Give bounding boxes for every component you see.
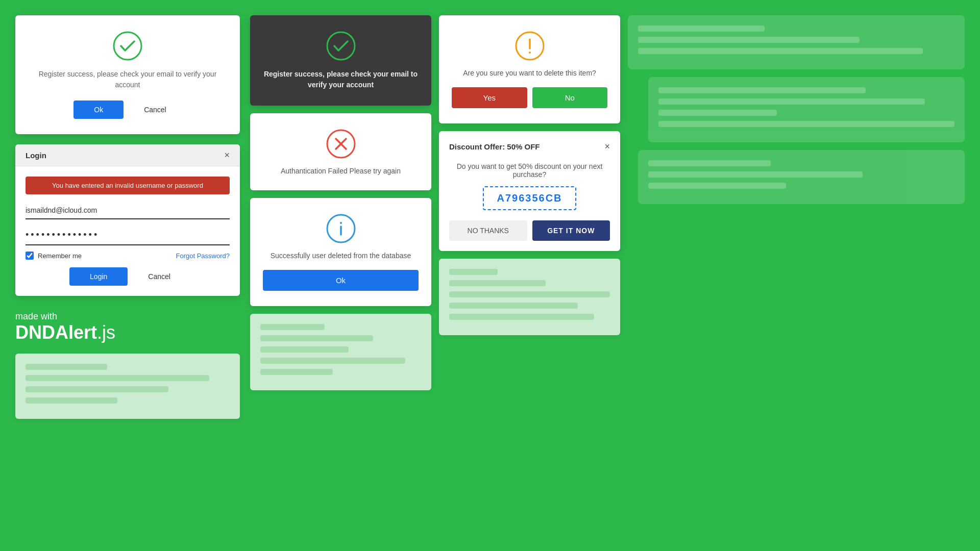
skeleton-line xyxy=(26,364,107,370)
svg-point-0 xyxy=(114,32,141,60)
svg-point-7 xyxy=(340,222,342,224)
skeleton-line xyxy=(449,314,594,320)
no-thanks-button[interactable]: NO THANKS xyxy=(449,220,527,241)
discount-message: Do you want to get 50% discount on your … xyxy=(449,162,610,179)
dark-check-circle-icon xyxy=(263,31,419,61)
skeleton-line xyxy=(658,98,925,105)
email-input[interactable] xyxy=(26,202,230,219)
info-success-message: Successfully user deleted from the datab… xyxy=(263,252,419,260)
remember-row: Remember me Forgot Password? xyxy=(26,252,230,260)
skeleton-line xyxy=(658,121,954,127)
auth-failed-message: Authantication Failed Please try again xyxy=(263,167,419,175)
discount-card: Discount Offer: 50% OFF × Do you want to… xyxy=(439,131,620,251)
login-close-button[interactable]: × xyxy=(224,151,230,160)
skeleton-line xyxy=(658,87,866,93)
remember-label[interactable]: Remember me xyxy=(26,252,82,260)
skeleton-line xyxy=(638,37,860,43)
brand-dnd-text: DNDAlert xyxy=(15,322,97,343)
login-error-banner: You have entered an invalid username or … xyxy=(26,177,230,194)
brand-name: DNDAlert.js xyxy=(15,322,240,343)
register-ok-button[interactable]: Ok xyxy=(74,101,124,119)
delete-yes-button[interactable]: Yes xyxy=(452,87,527,108)
discount-close-button[interactable]: × xyxy=(604,141,610,152)
register-success-card: Register success, please check your emai… xyxy=(15,15,240,134)
password-input[interactable] xyxy=(26,226,230,245)
skeleton-line xyxy=(638,48,923,54)
auth-failed-card: Authantication Failed Please try again xyxy=(250,113,431,190)
svg-point-10 xyxy=(529,52,531,54)
skeleton-line xyxy=(260,335,373,341)
register-success-message: Register success, please check your emai… xyxy=(28,69,227,90)
skeleton-card-col2 xyxy=(250,314,431,390)
dark-register-success-card: Register success, please check your emai… xyxy=(250,15,431,106)
skeleton-line xyxy=(260,324,325,330)
skeleton-line xyxy=(26,386,168,392)
discount-title: Discount Offer: 50% OFF xyxy=(449,142,540,151)
delete-no-button[interactable]: No xyxy=(532,87,608,108)
skeleton-line xyxy=(26,375,209,381)
skeleton-line xyxy=(449,269,498,275)
partial-card-2 xyxy=(648,77,965,142)
skeleton-line xyxy=(260,369,333,375)
remember-checkbox[interactable] xyxy=(26,252,34,260)
coupon-code: A796356CB xyxy=(483,186,576,210)
skeleton-line xyxy=(26,397,117,404)
forgot-password-link[interactable]: Forgot Password? xyxy=(176,252,230,260)
skeleton-line xyxy=(260,358,405,364)
partial-card-3 xyxy=(638,150,965,204)
skeleton-line xyxy=(449,303,578,309)
skeleton-line xyxy=(449,280,546,286)
skeleton-line xyxy=(638,26,765,32)
discount-body: Do you want to get 50% discount on your … xyxy=(449,162,610,241)
register-cancel-button[interactable]: Cancel xyxy=(129,101,182,119)
skeleton-line xyxy=(648,160,771,166)
discount-header: Discount Offer: 50% OFF × xyxy=(449,141,610,152)
login-cancel-button[interactable]: Cancel xyxy=(133,267,186,286)
skeleton-line xyxy=(658,110,777,116)
partial-card-1 xyxy=(628,15,965,69)
get-it-now-button[interactable]: GET IT NOW xyxy=(532,220,610,241)
skeleton-line xyxy=(648,171,863,178)
skeleton-line xyxy=(648,183,786,189)
login-title: Login xyxy=(26,151,46,160)
svg-point-1 xyxy=(327,32,355,60)
x-circle-icon xyxy=(263,129,419,159)
login-header: Login × xyxy=(15,144,240,166)
skeleton-line xyxy=(260,346,349,353)
login-submit-button[interactable]: Login xyxy=(69,267,128,286)
warning-circle-icon xyxy=(452,31,607,61)
info-circle-icon xyxy=(263,213,419,244)
info-ok-button[interactable]: Ok xyxy=(263,270,419,291)
dark-register-message: Register success, please check your emai… xyxy=(263,69,419,90)
delete-confirm-message: Are you sure you want to delete this ite… xyxy=(452,69,607,77)
login-card: Login × You have entered an invalid user… xyxy=(15,144,240,296)
delete-confirm-card: Are you sure you want to delete this ite… xyxy=(439,15,620,123)
made-with-text: made with xyxy=(15,311,240,322)
skeleton-card-col3 xyxy=(439,259,620,335)
brand-js-text: .js xyxy=(97,322,115,343)
skeleton-card-bottom-left xyxy=(15,354,240,419)
brand-section: made with DNDAlert.js xyxy=(15,311,240,343)
info-success-card: Successfully user deleted from the datab… xyxy=(250,198,431,306)
check-circle-icon xyxy=(28,31,227,61)
skeleton-line xyxy=(449,291,610,297)
